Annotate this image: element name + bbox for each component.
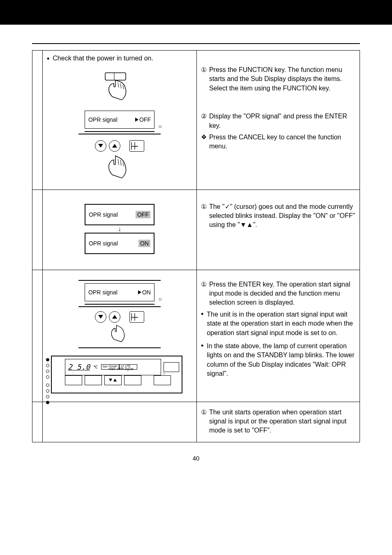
step3-bullet1: The unit is in the operation start signa…: [207, 310, 355, 338]
triangle-right-icon: [135, 118, 138, 122]
disp-value: ON: [142, 289, 151, 296]
corner-marker-icon: ○: [158, 296, 161, 302]
disp-label: OPR signal: [89, 240, 118, 247]
step4-illustration-cell: [42, 402, 196, 442]
step-index-cell: [32, 190, 43, 270]
down-button[interactable]: [95, 140, 106, 152]
circled-one: ①: [201, 65, 207, 93]
step-index-cell: [32, 51, 43, 190]
sub-display-opr-on-hi: OPR signal ON: [85, 233, 154, 254]
disp-value-hilite: OFF: [136, 211, 150, 218]
disp-label: OPR signal: [89, 211, 118, 218]
circled-one: ①: [201, 280, 207, 308]
steps-table: • Check that the power in turned on. OPR…: [32, 50, 360, 442]
led-indicator: [46, 364, 49, 367]
down-button[interactable]: [95, 311, 106, 323]
bullet-dot: •: [201, 342, 203, 351]
disp-label: OPR signal: [88, 289, 118, 296]
segment-readout: 2 5.0: [68, 363, 90, 371]
disp-value: OFF: [139, 116, 151, 123]
wait-value: OPR signal: [117, 367, 133, 371]
step2-text-cell: ① The "✓" (cursor) goes out and the mode…: [196, 190, 360, 270]
led-indicator: [46, 389, 49, 393]
led-column-upper: [46, 358, 49, 379]
led-column-lower: [46, 384, 49, 404]
sub-display-opr-off: OPR signal OFF: [85, 111, 154, 129]
diamond-bullet-icon: ❖: [201, 133, 207, 151]
step4-text-cell: ① The unit starts operation when operati…: [196, 402, 360, 442]
panel-button[interactable]: [65, 375, 82, 385]
step2-text1: The "✓" (cursor) goes out and the mode c…: [209, 202, 355, 230]
led-indicator: [46, 370, 49, 373]
up-down-button[interactable]: [104, 375, 122, 385]
check-power-text: Check that the power in turned on.: [53, 55, 153, 62]
step-index-cell: [32, 270, 43, 402]
circled-one: ①: [201, 202, 207, 230]
panel-button[interactable]: [85, 375, 102, 385]
triangle-right-icon: [138, 290, 141, 294]
step3-illustration-cell: OPR signal ON ○: [42, 270, 196, 402]
led-indicator: [46, 384, 49, 387]
circled-one: ①: [201, 408, 207, 435]
step3-bullet2: In the state above, the lamp of current …: [207, 342, 355, 379]
up-button[interactable]: [109, 311, 120, 323]
keypad-button[interactable]: [129, 311, 144, 323]
step1-text1: Press the FUNCTION key. The function men…: [209, 65, 355, 93]
sub-display-opr-off-hi: OPR signal OFF: [85, 204, 154, 225]
step1-text2: Display the "OPR signal" and press the E…: [209, 112, 355, 130]
step3-text-cell: ① Press the ENTER key. The operation sta…: [196, 270, 360, 402]
disp-value-hilite: ON: [138, 240, 150, 247]
wait-label: Wait:: [108, 367, 116, 371]
unit-celsius: ℃: [93, 365, 98, 369]
step3-text1: Press the ENTER key. The operation start…: [209, 280, 355, 308]
corner-marker-icon: ○: [158, 123, 161, 130]
bullet-dot: •: [47, 55, 49, 64]
panel-button[interactable]: [124, 375, 141, 385]
step-index-cell: [32, 402, 43, 442]
led-indicator: [46, 375, 49, 379]
step1-illustration-cell: • Check that the power in turned on. OPR…: [42, 51, 196, 190]
down-arrow-icon: ↓: [47, 225, 192, 233]
step1-text-cell: ① Press the FUNCTION key. The function m…: [196, 51, 360, 190]
blank-button[interactable]: [154, 375, 171, 385]
circled-two: ②: [201, 112, 207, 130]
led-indicator: [46, 358, 49, 361]
step2-illustration-cell: OPR signal OFF ↓ OPR signal ON: [42, 190, 196, 270]
section-rule: [32, 43, 360, 44]
svg-rect-0: [105, 73, 126, 80]
hand-press-icon: [103, 153, 136, 185]
corner-marker-icon: ○: [163, 371, 165, 376]
page-number: 40: [0, 455, 392, 462]
hand-press-icon: [103, 72, 136, 105]
led-indicator: [46, 401, 49, 404]
step1-text3: Press the CANCEL key to cancel the funct…: [209, 133, 355, 151]
bullet-dot: •: [201, 310, 203, 319]
disp-label: OPR signal: [88, 116, 118, 123]
led-indicator: [46, 395, 49, 398]
control-panel: 2 5.0 ℃ Set TEMP 37.0℃ Wait:: [51, 356, 182, 393]
up-button[interactable]: [109, 140, 120, 152]
sub-display-opr-on: OPR signal ON: [85, 283, 154, 301]
hand-press-icon: [107, 323, 132, 347]
keypad-button[interactable]: [129, 140, 144, 152]
blank-button[interactable]: [164, 362, 179, 372]
header-black-bar: [0, 0, 392, 25]
step4-text1: The unit starts operation when operation…: [209, 408, 355, 435]
